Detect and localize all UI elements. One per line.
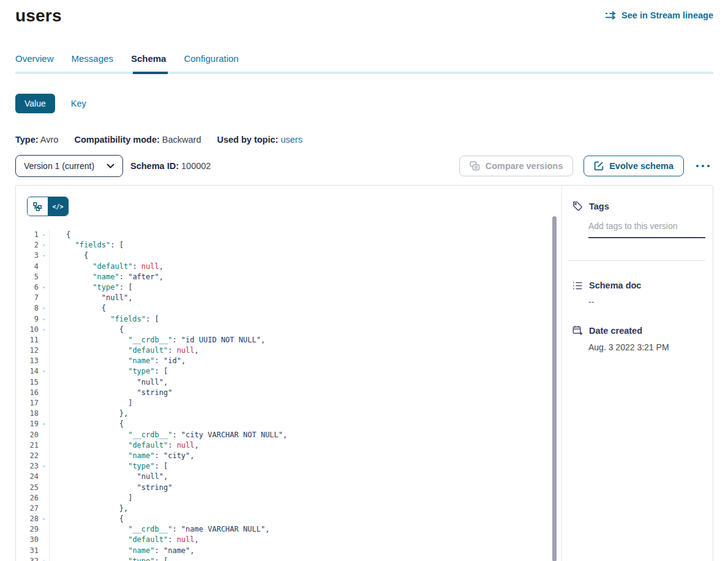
token-p: : [155,546,163,555]
page-header: users See in Stream lineage [15,0,713,26]
evolve-schema-label: Evolve schema [609,161,674,171]
stream-lineage-icon [605,11,617,20]
token-k: "name" [128,546,154,555]
code-text: ] [49,493,549,503]
code-line: 9▾ "fields": [ [16,314,549,325]
fold-toggle-icon[interactable]: ▾ [39,314,49,325]
code-view-button[interactable]: </> [48,197,68,216]
line-number: 12 [16,345,39,356]
fold-spacer [39,335,49,345]
token-n: null [141,262,159,271]
code-line: 3▾ { [16,250,549,261]
versions-icon [470,161,480,171]
fold-spacer [39,356,49,366]
meta-label: Compatibility mode: [74,135,159,145]
line-number: 15 [16,377,39,388]
edit-icon [594,161,604,171]
code-line: 6▾ "type": [ [16,282,549,293]
page-title: users [15,6,62,26]
code-line: 25 "string" [16,483,549,493]
code-line: 14▾ "type": [ [16,366,549,377]
fold-toggle-icon[interactable]: ▾ [39,366,49,377]
line-number: 3 [16,250,39,261]
line-number: 7 [16,293,39,303]
code-line: 20 "__crdb__": "city VARCHAR NOT NULL", [16,430,549,440]
fold-spacer [39,451,49,461]
token-n: null [177,346,195,355]
tab-schema[interactable]: Schema [131,53,167,64]
evolve-schema-button[interactable]: Evolve schema [584,156,684,176]
more-options-button[interactable] [692,161,713,171]
line-number: 25 [16,483,39,493]
token-p: , [128,293,132,302]
add-tags-input[interactable] [588,221,705,238]
doc-list-icon [572,281,583,290]
used-by-topic-link[interactable]: users [280,135,302,145]
token-n: null [177,441,195,450]
editor-scrollbar[interactable] [552,216,557,561]
token-k: "name" [128,356,154,365]
tab-configuration[interactable]: Configuration [184,53,238,64]
code-line: 18 }, [16,409,549,419]
fold-toggle-icon[interactable]: ▾ [39,461,49,472]
fold-toggle-icon[interactable]: ▾ [39,250,49,261]
line-number: 20 [16,430,39,440]
code-text: "name": "id", [49,356,549,366]
fold-toggle-icon[interactable]: ▾ [39,419,49,429]
stream-lineage-link[interactable]: See in Stream lineage [605,10,713,20]
code-line: 4 "default": null, [16,262,549,272]
schema-meta-row: Type: AvroCompatibility mode: BackwardUs… [15,135,713,145]
token-p: , [163,472,168,481]
schema-sidebar: Tags Schema doc -- [562,186,713,561]
fold-spacer [39,483,49,493]
token-s: "string" [137,483,173,492]
code-text: "__crdb__": "city VARCHAR NOT NULL", [49,430,549,440]
schema-key-button[interactable]: Key [71,99,86,108]
fold-toggle-icon[interactable]: ▾ [39,240,49,250]
code-text: "null", [49,293,549,303]
code-line: 1▾{ [16,230,549,240]
fold-toggle-icon[interactable]: ▾ [39,282,49,293]
code-text: }, [49,409,549,419]
token-p: { [119,514,124,523]
token-s: "null" [137,472,163,481]
token-p: , [265,525,269,533]
meta-label: Used by topic: [217,135,278,145]
fold-toggle-icon[interactable]: ▾ [39,556,49,561]
fold-toggle-icon[interactable]: ▾ [39,325,49,335]
line-number: 11 [16,335,39,345]
fold-toggle-icon[interactable]: ▾ [39,303,49,314]
code-line: 17 ] [16,398,549,409]
fold-toggle-icon[interactable]: ▾ [39,514,49,524]
code-text: "string" [49,388,549,398]
schema-page: users See in Stream lineage OverviewMess… [0,0,728,561]
token-k: "default" [128,346,168,355]
compare-versions-button[interactable]: Compare versions [459,156,574,176]
token-k: "name" [128,451,154,460]
fold-spacer [39,503,49,514]
line-number: 5 [16,272,39,282]
line-number: 4 [16,262,39,272]
tree-view-button[interactable] [28,197,48,216]
schema-value-button[interactable]: Value [15,94,55,113]
fold-spacer [39,546,49,556]
fold-toggle-icon[interactable]: ▾ [39,230,49,240]
version-select[interactable]: Version 1 (current) [15,155,123,177]
fold-spacer [39,272,49,282]
code-text: "type": [ [49,366,549,377]
code-text: { [49,419,549,429]
code-text: "default": null, [49,262,549,272]
fold-spacer [39,388,49,398]
schema-panel: </> 1▾{2▾ "fields": [3▾ {4 "default": nu… [15,185,713,561]
tab-overview[interactable]: Overview [15,53,54,64]
schema-doc-header: Schema doc [572,280,705,290]
line-number: 21 [16,440,39,451]
code-text: "default": null, [49,535,549,545]
line-number: 8 [16,303,39,314]
code-line: 30 "default": null, [16,535,549,545]
code-text: "__crdb__": "name VARCHAR NULL", [49,524,549,535]
tab-messages[interactable]: Messages [72,53,113,64]
line-number: 10 [16,325,39,335]
line-number: 18 [16,409,39,419]
schema-editor: </> 1▾{2▾ "fields": [3▾ {4 "default": nu… [16,186,562,561]
